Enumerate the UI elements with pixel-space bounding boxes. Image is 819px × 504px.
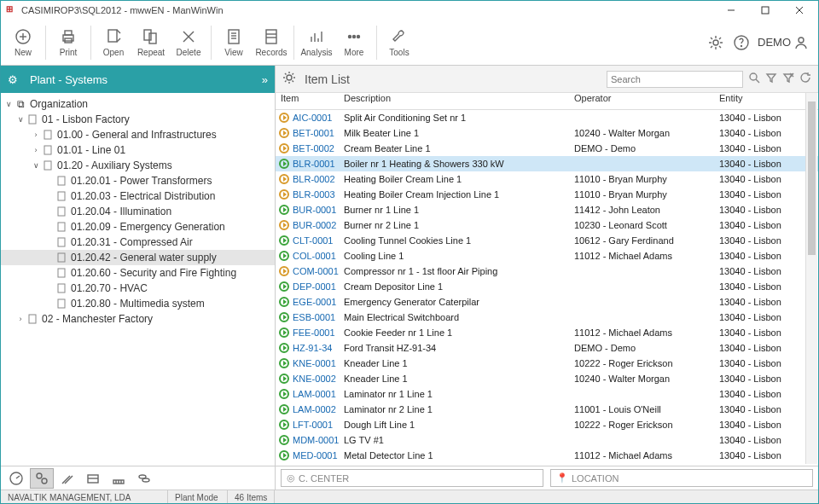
- tree-leaf[interactable]: 01.20.09 - Emergency Generation: [1, 219, 275, 235]
- table-row[interactable]: BET-0001Milk Beater Line 110240 - Walter…: [276, 125, 818, 141]
- table-row[interactable]: MDM-0001LG TV #113040 - Lisbon: [276, 432, 818, 448]
- app-icon: ⊞: [6, 4, 18, 16]
- grid-body[interactable]: AIC-0001Split Air Conditioning Set nr 11…: [276, 110, 818, 466]
- table-row[interactable]: DEP-0001Cream Depositor Line 113040 - Li…: [276, 279, 818, 294]
- left-panel: ⚙ Plant - Systems » ∨⧉Organization ∨01 -…: [1, 66, 276, 490]
- status-icon: [279, 420, 289, 430]
- table-row[interactable]: LAM-0001Laminator nr 1 Line 113040 - Lis…: [276, 386, 818, 402]
- col-item[interactable]: Item: [276, 93, 344, 109]
- doc-icon: [42, 159, 54, 171]
- tree-org[interactable]: ∨⧉Organization: [1, 96, 275, 112]
- chevron-down-icon[interactable]: »: [262, 73, 268, 86]
- print-button[interactable]: Print: [49, 21, 87, 64]
- location-filter[interactable]: 📍LOCATION: [550, 469, 813, 487]
- table-row[interactable]: LAM-0002Laminator nr 2 Line 111001 - Lou…: [276, 402, 818, 417]
- doc-icon: [55, 252, 67, 264]
- tree-leaf[interactable]: 01.20.60 - Security and Fire Fighting: [1, 265, 275, 281]
- table-row[interactable]: BUR-0001Burner nr 1 Line 111412 - John L…: [276, 202, 818, 217]
- tree-leaf[interactable]: 01.20.04 - Illumination: [1, 204, 275, 219]
- tree-leaf[interactable]: 01.20.70 - HVAC: [1, 281, 275, 296]
- repeat-button[interactable]: Repeat: [132, 21, 170, 64]
- coins-icon[interactable]: [132, 468, 156, 489]
- cost-center-filter[interactable]: ◎C. CENTER: [281, 469, 543, 487]
- search-input[interactable]: [607, 71, 743, 88]
- minimize-button[interactable]: [714, 1, 748, 20]
- help-icon[interactable]: [732, 33, 751, 52]
- new-button[interactable]: New: [4, 21, 42, 64]
- col-op[interactable]: Operator: [574, 93, 719, 109]
- window-title: CASIMIROP3\SQL2012 - mwwEN - ManWinWin: [21, 5, 224, 15]
- user-label[interactable]: DEMO: [758, 36, 808, 49]
- tree-node[interactable]: ›01.00 - General and Infrastructures: [1, 127, 275, 142]
- filter-icon[interactable]: [765, 72, 777, 87]
- records-button[interactable]: Records: [253, 21, 290, 64]
- tools-button[interactable]: Tools: [380, 21, 418, 64]
- tree-leaf[interactable]: 01.20.80 - Multimedia system: [1, 296, 275, 311]
- table-row[interactable]: LFT-0001Dough Lift Line 110222 - Roger E…: [276, 417, 818, 432]
- gears-icon[interactable]: [30, 468, 54, 489]
- table-row[interactable]: HZ-91-34Ford Transit HZ-91-34DEMO - Demo…: [276, 340, 818, 356]
- delete-button[interactable]: Delete: [170, 21, 207, 64]
- status-icon: [279, 113, 289, 123]
- table-row[interactable]: BUR-0002Burner nr 2 Line 110230 - Leonar…: [276, 217, 818, 233]
- svg-rect-43: [58, 238, 65, 246]
- table-row[interactable]: AIC-0001Split Air Conditioning Set nr 11…: [276, 110, 818, 125]
- table-row[interactable]: BLR-0002Heating Boiler Cream Line 111010…: [276, 171, 818, 187]
- filter-clear-icon[interactable]: [782, 72, 794, 87]
- svg-line-50: [16, 476, 20, 478]
- open-button[interactable]: Open: [95, 21, 132, 64]
- left-panel-header[interactable]: ⚙ Plant - Systems »: [1, 66, 275, 93]
- tree-node[interactable]: ∨01 - Lisbon Factory: [1, 112, 275, 127]
- svg-rect-45: [58, 269, 65, 277]
- doc-icon: [55, 236, 67, 248]
- gauge-icon[interactable]: [4, 468, 28, 489]
- table-row[interactable]: ESB-0001Main Electrical Switchboard13040…: [276, 310, 818, 325]
- ruler-icon[interactable]: [107, 468, 131, 489]
- filter-bar: ◎C. CENTER 📍LOCATION: [276, 466, 818, 490]
- table-row[interactable]: MED-0001Metal Detector Line 111012 - Mic…: [276, 448, 818, 463]
- doc-icon: [55, 206, 67, 217]
- more-button[interactable]: More: [335, 21, 373, 64]
- svg-rect-42: [58, 223, 65, 231]
- svg-rect-36: [44, 130, 51, 139]
- tree-leaf[interactable]: 01.20.42 - General water supply: [1, 250, 275, 265]
- refresh-icon[interactable]: [799, 72, 811, 87]
- tree-leaf[interactable]: 01.20.31 - Compressed Air: [1, 235, 275, 250]
- status-icon: [279, 128, 289, 138]
- table-row[interactable]: BLR-0001Boiler nr 1 Heating & Showers 33…: [276, 156, 818, 171]
- col-ent[interactable]: Entity: [719, 93, 804, 109]
- status-icon: [279, 343, 289, 353]
- table-row[interactable]: KNE-0002Kneader Line 110240 - Walter Mor…: [276, 371, 818, 386]
- table-row[interactable]: KNE-0001Kneader Line 110222 - Roger Eric…: [276, 356, 818, 371]
- table-row[interactable]: COM-0001Compressor nr 1 - 1st floor Air …: [276, 264, 818, 279]
- tree-node[interactable]: ›02 - Manchester Factory: [1, 311, 275, 327]
- tools-icon[interactable]: [55, 468, 79, 489]
- table-row[interactable]: CLT-0001Cooling Tunnel Cookies Line 1106…: [276, 233, 818, 248]
- tree-node[interactable]: ›01.01 - Line 01: [1, 142, 275, 158]
- status-mode: Plant Mode: [168, 490, 228, 504]
- table-row[interactable]: EGE-0001Emergency Generator Caterpilar13…: [276, 294, 818, 310]
- table-row[interactable]: BLR-0003Heating Boiler Cream Injection L…: [276, 187, 818, 202]
- status-icon: [279, 389, 289, 399]
- table-row[interactable]: BET-0002Cream Beater Line 1DEMO - Demo13…: [276, 141, 818, 156]
- analysis-button[interactable]: Analysis: [298, 21, 335, 64]
- tree-leaf[interactable]: 01.20.03 - Electrical Distribution: [1, 188, 275, 204]
- search-icon[interactable]: [748, 72, 760, 87]
- table-row[interactable]: FEE-0001Cookie Feeder nr 1 Line 111012 -…: [276, 325, 818, 340]
- close-button[interactable]: [782, 1, 816, 20]
- svg-rect-37: [44, 146, 51, 154]
- svg-rect-39: [58, 177, 65, 185]
- col-desc[interactable]: Description: [344, 93, 574, 109]
- tree[interactable]: ∨⧉Organization ∨01 - Lisbon Factory ›01.…: [1, 93, 275, 466]
- table-row[interactable]: COL-0001Cooling Line 111012 - Michael Ad…: [276, 248, 818, 264]
- maximize-button[interactable]: [748, 1, 782, 20]
- status-icon: [279, 312, 289, 322]
- vertical-scrollbar[interactable]: [805, 93, 817, 464]
- view-button[interactable]: View: [215, 21, 253, 64]
- tree-leaf[interactable]: 01.20.01 - Power Transformers: [1, 173, 275, 188]
- tree-node[interactable]: ∨01.20 - Auxiliary Systems: [1, 158, 275, 173]
- settings-icon[interactable]: [706, 33, 725, 52]
- doc-icon: [55, 190, 67, 202]
- package-icon[interactable]: [81, 468, 105, 489]
- grid-header: Item Description Operator Entity: [276, 93, 818, 110]
